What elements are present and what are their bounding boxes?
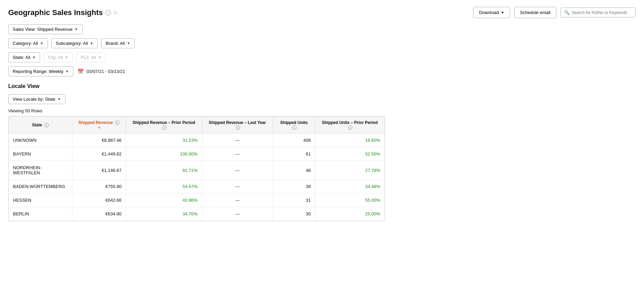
table-row: UNKNOWN €8,887.46 31.23% — 408 18.60%	[9, 134, 385, 147]
search-input[interactable]	[572, 10, 632, 15]
cell-shipped-units-prior: 25.00%	[315, 207, 385, 221]
col-shipped-units-prior-info-icon[interactable]: i	[348, 125, 352, 130]
cell-shipped-revenue-prior: 54.67%	[126, 180, 202, 193]
cell-shipped-units-prior: 18.60%	[315, 134, 385, 147]
filters-row-2: Category: All ▼ Subcategory: All ▼ Brand…	[8, 38, 636, 48]
sales-view-label: Sales View: Shipped Revenue	[13, 27, 73, 32]
page-container: Geographic Sales Insights i ☆ Download ▼…	[0, 0, 644, 228]
cell-shipped-units: 46	[273, 161, 315, 180]
table-row: BERLIN €634.90 34.70% — 30 25.00%	[9, 207, 385, 221]
cell-state: HESSEN	[9, 193, 72, 207]
cell-shipped-units-prior: 52.50%	[315, 147, 385, 161]
cell-shipped-units: 31	[273, 193, 315, 207]
cell-state: UNKNOWN	[9, 134, 72, 147]
sales-view-filter[interactable]: Sales View: Shipped Revenue ▼	[8, 24, 83, 34]
cell-shipped-revenue: €642.66	[72, 193, 126, 207]
star-icon[interactable]: ☆	[113, 9, 118, 16]
cell-shipped-revenue-last-year: —	[202, 161, 273, 180]
cell-state: NORDRHEIN-WESTFALEN	[9, 161, 72, 180]
header-row: Geographic Sales Insights i ☆ Download ▼…	[8, 7, 636, 18]
table-row: BADEN-WÜRTTEMBERG €755.90 54.67% — 39 34…	[9, 180, 385, 193]
state-chevron-icon: ▼	[32, 55, 36, 59]
calendar-icon: 📅	[77, 68, 84, 75]
col-state-info-icon[interactable]: i	[44, 123, 49, 127]
view-locale-chevron-icon: ▼	[58, 97, 61, 101]
header-actions: Download ▼ Schedule email 🔍	[473, 7, 636, 18]
cell-shipped-units: 30	[273, 207, 315, 221]
schedule-email-button[interactable]: Schedule email	[514, 7, 556, 18]
cell-shipped-revenue: €1,449.82	[72, 147, 126, 161]
reporting-range-filter[interactable]: Reporting Range: Weekly ▼	[8, 66, 73, 76]
data-table-container: State i Shipped Revenue i ▼ Shipped Reve…	[8, 116, 385, 221]
state-filter[interactable]: State: All ▼	[8, 52, 40, 62]
col-shipped-revenue-last-year-info-icon[interactable]: i	[236, 125, 240, 130]
table-header-row: State i Shipped Revenue i ▼ Shipped Reve…	[9, 117, 385, 134]
cell-shipped-revenue: €8,887.46	[72, 134, 126, 147]
cell-shipped-revenue: €1,146.67	[72, 161, 126, 180]
table-row: BAYERN €1,449.82 100.90% — 61 52.50%	[9, 147, 385, 161]
brand-label: Brand: All	[106, 41, 125, 46]
date-range-text: 03/07/21 - 03/13/21	[87, 69, 125, 74]
city-label: City: All	[48, 55, 63, 60]
col-shipped-revenue-prior: Shipped Revenue – Prior Period i	[126, 117, 202, 134]
col-shipped-units-prior: Shipped Units – Prior Period i	[315, 117, 385, 134]
col-shipped-units-info-icon[interactable]: i	[292, 125, 297, 130]
download-button[interactable]: Download ▼	[473, 7, 510, 18]
locale-view-btn-container: View Locale by: State ▼	[8, 94, 636, 104]
subcategory-filter[interactable]: Subcategory: All ▼	[51, 38, 98, 48]
viewing-rows-label: Viewing 50 Rows	[8, 108, 636, 113]
cell-shipped-units-prior: 34.48%	[315, 180, 385, 193]
page-title: Geographic Sales Insights	[8, 8, 103, 17]
data-table: State i Shipped Revenue i ▼ Shipped Reve…	[9, 116, 385, 221]
date-row: Reporting Range: Weekly ▼ 📅 03/07/21 - 0…	[8, 66, 636, 76]
category-chevron-icon: ▼	[40, 41, 44, 45]
category-label: Category: All	[13, 41, 38, 46]
filters-row-3: State: All ▼ City: All ▼ PLZ: All ▼	[8, 52, 636, 62]
search-box[interactable]: 🔍	[560, 8, 636, 17]
city-filter[interactable]: City: All ▼	[44, 52, 73, 62]
info-icon[interactable]: i	[106, 10, 111, 15]
cell-shipped-units-prior: 27.78%	[315, 161, 385, 180]
cell-state: BADEN-WÜRTTEMBERG	[9, 180, 72, 193]
cell-shipped-revenue: €634.90	[72, 207, 126, 221]
plz-chevron-icon: ▼	[98, 55, 101, 59]
download-label: Download	[479, 10, 499, 15]
col-shipped-revenue-prior-info-icon[interactable]: i	[162, 125, 166, 130]
view-locale-by-filter[interactable]: View Locale by: State ▼	[8, 94, 65, 104]
locale-view-title: Locale View	[8, 83, 636, 89]
col-shipped-units: Shipped Units i	[273, 117, 315, 134]
cell-shipped-revenue-last-year: —	[202, 147, 273, 161]
table-row: NORDRHEIN-WESTFALEN €1,146.67 81.71% — 4…	[9, 161, 385, 180]
cell-shipped-units: 39	[273, 180, 315, 193]
brand-chevron-icon: ▼	[127, 41, 130, 45]
state-label: State: All	[13, 55, 30, 60]
schedule-email-label: Schedule email	[520, 10, 550, 15]
cell-shipped-revenue: €755.90	[72, 180, 126, 193]
cell-shipped-revenue-prior: 100.90%	[126, 147, 202, 161]
reporting-range-chevron-icon: ▼	[65, 70, 69, 73]
date-display[interactable]: 📅 03/07/21 - 03/13/21	[77, 68, 125, 75]
cell-state: BAYERN	[9, 147, 72, 161]
col-state: State i	[9, 117, 72, 134]
cell-shipped-revenue-prior: 81.71%	[126, 161, 202, 180]
cell-state: BERLIN	[9, 207, 72, 221]
category-filter[interactable]: Category: All ▼	[8, 38, 48, 48]
table-row: HESSEN €642.66 43.96% — 31 55.00%	[9, 193, 385, 207]
cell-shipped-revenue-last-year: —	[202, 134, 273, 147]
col-shipped-revenue-sort-icon[interactable]: ▼	[98, 126, 101, 129]
plz-label: PLZ: All	[80, 55, 96, 60]
sales-view-chevron-icon: ▼	[75, 27, 78, 31]
title-icons: i ☆	[106, 9, 118, 16]
col-shipped-revenue-last-year: Shipped Revenue – Last Year i	[202, 117, 273, 134]
city-chevron-icon: ▼	[65, 55, 69, 59]
brand-filter[interactable]: Brand: All ▼	[101, 38, 135, 48]
search-icon: 🔍	[564, 10, 570, 15]
subcategory-chevron-icon: ▼	[90, 41, 94, 45]
col-shipped-revenue: Shipped Revenue i ▼	[72, 117, 126, 134]
plz-filter[interactable]: PLZ: All ▼	[76, 52, 106, 62]
col-shipped-revenue-info-icon[interactable]: i	[115, 121, 120, 125]
download-chevron-icon: ▼	[501, 11, 504, 14]
cell-shipped-revenue-last-year: —	[202, 193, 273, 207]
cell-shipped-revenue-prior: 31.23%	[126, 134, 202, 147]
filters-row-1: Sales View: Shipped Revenue ▼	[8, 24, 636, 34]
